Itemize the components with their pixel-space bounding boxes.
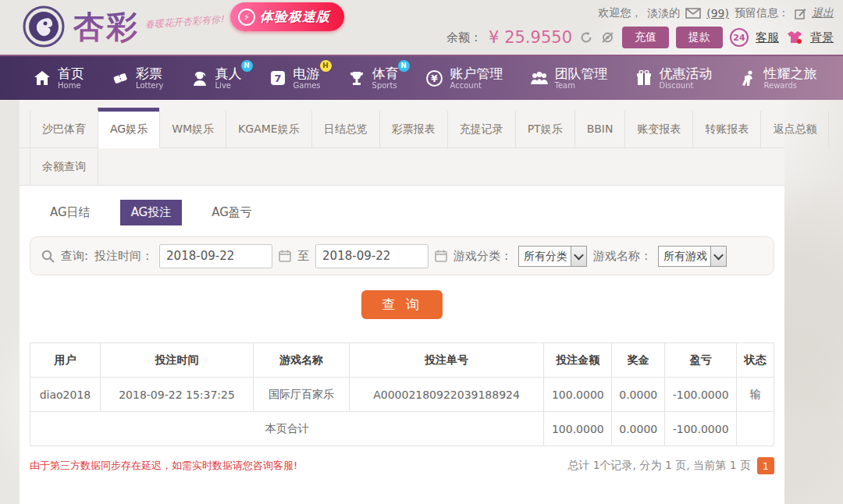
tab-rebate-total[interactable]: 返点总额	[760, 111, 829, 147]
search-icon	[41, 250, 55, 263]
page-1-button[interactable]: 1	[757, 457, 774, 474]
nav-item-lottery[interactable]: 彩票Lottery	[111, 66, 164, 90]
chevron-down-icon[interactable]	[571, 247, 586, 266]
bets-table: 用户 投注时间 游戏名称 投注单号 投注金额 奖金 盈亏 状态 diao2018…	[30, 343, 774, 446]
date-to-input[interactable]	[315, 244, 429, 268]
tab-transfer-report[interactable]: 转账报表	[692, 111, 760, 147]
background-link[interactable]: 背景	[810, 30, 834, 45]
total-label: 本页合计	[30, 412, 544, 446]
table-row: diao2018 2018-09-22 15:37:25 国际厅百家乐 A000…	[30, 378, 774, 412]
promo-badge-button[interactable]: ⚡ 体验极速版	[230, 2, 344, 31]
live-dealer-icon	[190, 71, 209, 86]
rewards-figure-icon	[739, 70, 758, 86]
report-content: AG日结 AG投注 AG盈亏 查询: 投注时间： 至 游戏分类： 所有分类	[20, 186, 784, 504]
logout-link[interactable]: 退出	[812, 6, 834, 20]
content-wrapper: 沙巴体育 AG娱乐 WM娱乐 KGAME娱乐 日结总览 彩票报表 充提记录 PT…	[20, 100, 784, 504]
game-category-select[interactable]: 所有分类	[519, 247, 571, 266]
main-nav: 首页Home 彩票Lottery 真人LiveN 7 电游GamesH 体育Sp…	[0, 55, 843, 100]
logo-emblem-icon	[22, 5, 66, 48]
to-label: 至	[297, 249, 309, 264]
col-bet-amount: 投注金额	[544, 343, 612, 378]
subtab-ag-daily[interactable]: AG日结	[39, 200, 101, 225]
game-name-select-wrap: 所有游戏	[658, 246, 727, 267]
logo[interactable]: 杏彩 春暖花开杏彩有你!	[22, 5, 224, 48]
customer-service-link[interactable]: 客服	[756, 30, 779, 45]
col-prize: 奖金	[612, 343, 665, 378]
cell-status: 输	[737, 378, 774, 412]
report-tabs: 沙巴体育 AG娱乐 WM娱乐 KGAME娱乐 日结总览 彩票报表 充提记录 PT…	[20, 100, 784, 186]
total-bet-amount: 100.0000	[544, 412, 612, 446]
query-label: 查询:	[61, 249, 88, 264]
edit-icon[interactable]	[795, 8, 806, 20]
tab-lottery-report[interactable]: 彩票报表	[379, 111, 447, 147]
svg-text:7: 7	[274, 73, 281, 84]
hot-badge: H	[320, 60, 332, 72]
tab-pt-entertainment[interactable]: PT娱乐	[515, 111, 574, 147]
mail-icon[interactable]	[685, 8, 701, 19]
tab-daily-summary[interactable]: 日结总览	[311, 111, 379, 147]
withdraw-button[interactable]: 提款	[676, 27, 723, 48]
gift-icon	[635, 70, 653, 86]
new-badge: N	[398, 60, 410, 72]
tab-kgame[interactable]: KGAME娱乐	[226, 111, 311, 147]
pagination: 总计 1个记录, 分为 1 页, 当前第 1 页 1	[567, 457, 774, 474]
message-count-link[interactable]: (99)	[706, 7, 729, 20]
calendar-icon[interactable]	[435, 250, 447, 262]
search-button[interactable]: 查 询	[361, 290, 442, 319]
game-name-select[interactable]: 所有游戏	[659, 247, 710, 266]
date-from-input[interactable]	[159, 244, 272, 268]
tab-bbin[interactable]: BBIN	[574, 111, 625, 147]
table-header-row: 用户 投注时间 游戏名称 投注单号 投注金额 奖金 盈亏 状态	[30, 343, 774, 378]
cell-profit: -100.0000	[665, 378, 737, 412]
tab-deposit-withdraw-records[interactable]: 充提记录	[447, 111, 515, 147]
svg-text:¥: ¥	[431, 73, 438, 84]
ag-subtabs: AG日结 AG投注 AG盈亏	[39, 200, 774, 225]
tab-shaba-sports[interactable]: 沙巴体育	[30, 111, 98, 147]
nav-item-account[interactable]: ¥ 账户管理Account	[425, 66, 503, 90]
calendar-icon[interactable]	[279, 250, 291, 262]
nav-item-live[interactable]: 真人LiveN	[190, 66, 242, 90]
tab-account-change-report[interactable]: 账变报表	[624, 111, 692, 147]
nav-item-home[interactable]: 首页Home	[33, 66, 84, 90]
game-category-label: 游戏分类：	[454, 249, 512, 264]
game-name-label: 游戏名称：	[593, 249, 652, 264]
total-profit: -100.0000	[665, 412, 737, 446]
welcome-row: 欢迎您， 淡淡的 (99) 预留信息： 退出	[598, 6, 834, 20]
tab-ag-entertainment[interactable]: AG娱乐	[98, 108, 159, 148]
subtab-ag-bets[interactable]: AG投注	[120, 200, 183, 225]
balance-amount: ¥ 25.9550	[489, 28, 572, 47]
col-user: 用户	[30, 343, 101, 378]
nav-item-team[interactable]: 团队管理Team	[530, 66, 608, 90]
recharge-button[interactable]: 充值	[622, 27, 669, 48]
col-bet-id: 投注单号	[349, 343, 544, 378]
filter-panel: 查询: 投注时间： 至 游戏分类： 所有分类 游戏名称： 所有游戏	[30, 236, 774, 275]
tab-wm-entertainment[interactable]: WM娱乐	[159, 111, 226, 147]
cell-user: diao2018	[30, 378, 101, 412]
cell-bet-time: 2018-09-22 15:37:25	[100, 378, 253, 412]
cell-game-name: 国际厅百家乐	[254, 378, 349, 412]
col-profit: 盈亏	[665, 343, 737, 378]
welcome-text: 欢迎您，	[598, 6, 642, 20]
header: 杏彩 春暖花开杏彩有你! ⚡ 体验极速版 欢迎您， 淡淡的 (99) 预留信息：…	[0, 0, 843, 55]
cell-bet-id: A00002180922039188924	[349, 378, 544, 412]
pagination-summary: 总计 1个记录, 分为 1 页, 当前第 1 页	[567, 459, 751, 473]
tab-balance-query[interactable]: 余额查询	[30, 148, 98, 185]
nav-item-games[interactable]: 7 电游GamesH	[269, 66, 321, 90]
hide-balance-icon[interactable]	[600, 31, 615, 44]
team-people-icon	[530, 71, 549, 85]
promo-badge-label: 体验极速版	[260, 8, 330, 26]
lightning-icon: ⚡	[238, 9, 255, 26]
nav-item-discount[interactable]: 优惠活动Discount	[635, 66, 713, 90]
delay-notice: 由于第三方数据同步存在延迟，如需实时数据请您咨询客服!	[30, 459, 297, 473]
game-category-select-wrap: 所有分类	[518, 246, 587, 267]
refresh-icon[interactable]	[579, 30, 593, 44]
col-bet-time: 投注时间	[100, 343, 253, 378]
subtab-ag-profit[interactable]: AG盈亏	[201, 200, 263, 225]
balance-label: 余额：	[446, 30, 482, 45]
username: 淡淡的	[647, 6, 680, 20]
games-seven-icon: 7	[269, 70, 287, 86]
chevron-down-icon[interactable]	[710, 247, 726, 266]
nav-item-rewards[interactable]: 性耀之旅Rewards	[739, 66, 817, 90]
nav-item-sports[interactable]: 体育SportsN	[347, 66, 399, 90]
yuan-coin-icon: ¥	[425, 70, 444, 87]
